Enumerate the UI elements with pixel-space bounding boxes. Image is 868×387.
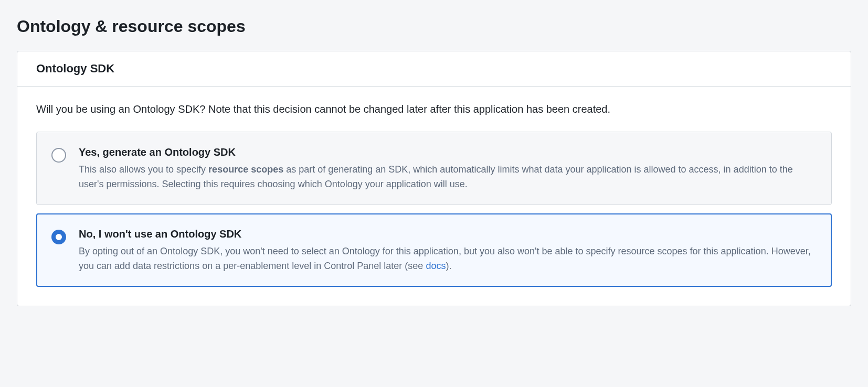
option-content: Yes, generate an Ontology SDK This also … <box>79 145 817 192</box>
card-header-title: Ontology SDK <box>36 62 832 76</box>
option-no-ontology-sdk[interactable]: No, I won't use an Ontology SDK By optin… <box>36 213 832 287</box>
ontology-sdk-card: Ontology SDK Will you be using an Ontolo… <box>17 51 851 306</box>
option-yes-ontology-sdk[interactable]: Yes, generate an Ontology SDK This also … <box>36 132 832 205</box>
option-title: No, I won't use an Ontology SDK <box>79 227 817 241</box>
page-title: Ontology & resource scopes <box>17 17 851 36</box>
radio-unselected-icon[interactable] <box>51 148 66 163</box>
radio-selected-icon[interactable] <box>51 230 66 244</box>
desc-bold: resource scopes <box>208 164 283 175</box>
option-content: No, I won't use an Ontology SDK By optin… <box>79 227 817 274</box>
card-body: Will you be using an Ontology SDK? Note … <box>17 87 851 306</box>
option-title: Yes, generate an Ontology SDK <box>79 145 817 159</box>
option-description: This also allows you to specify resource… <box>79 163 817 192</box>
desc-text: This also allows you to specify <box>79 164 208 175</box>
question-text: Will you be using an Ontology SDK? Note … <box>36 101 832 117</box>
card-header: Ontology SDK <box>17 51 851 87</box>
docs-link[interactable]: docs <box>426 261 446 271</box>
desc-text: ). <box>446 261 451 271</box>
option-description: By opting out of an Ontology SDK, you wo… <box>79 244 817 274</box>
